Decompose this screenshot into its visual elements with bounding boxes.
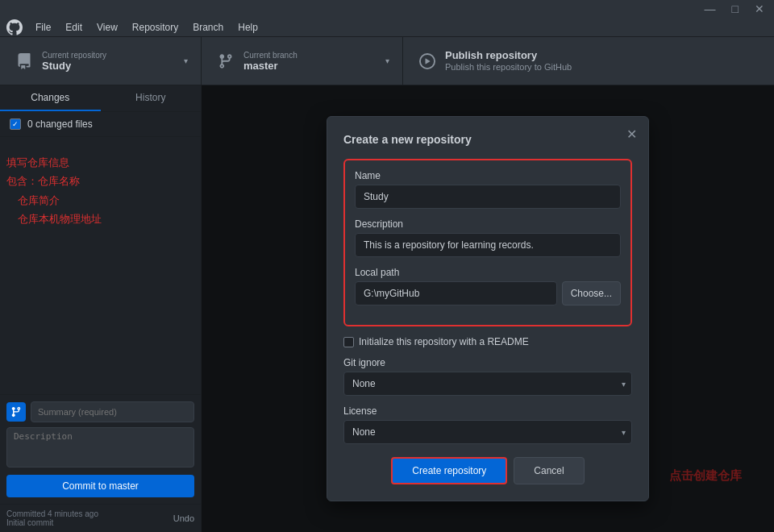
window-controls: — □ ✕ [701, 3, 768, 15]
sidebar: Changes History ✓ 0 changed files 填写仓库信息… [0, 85, 202, 532]
changed-files-count: 0 changed files [27, 118, 93, 130]
commit-description-input[interactable] [6, 427, 194, 468]
commit-summary-row [6, 401, 194, 422]
commit-button[interactable]: Commit to master [6, 475, 194, 497]
publish-sub: Publish this repository to GitHub [445, 62, 572, 72]
name-label: Name [355, 170, 621, 181]
content-area: Create a new repository ✕ Name Descripti… [202, 85, 774, 532]
path-row: Choose... [355, 281, 621, 305]
name-input[interactable] [355, 185, 621, 209]
modal-overlay: Create a new repository ✕ Name Descripti… [202, 85, 774, 532]
desc-form-group: Description [355, 218, 621, 257]
choose-button[interactable]: Choose... [562, 281, 621, 305]
repo-selector[interactable]: Current repository Study ▾ [0, 37, 202, 85]
branch-chevron-icon: ▾ [385, 56, 389, 65]
publish-icon [416, 50, 439, 73]
modal-close-button[interactable]: ✕ [626, 128, 637, 141]
readme-checkbox[interactable] [343, 337, 354, 347]
last-commit-text: Committed 4 minutes ago [6, 509, 98, 518]
branch-icon [214, 50, 237, 73]
avatar [6, 402, 26, 422]
last-commit: Committed 4 minutes ago Initial commit U… [0, 504, 201, 532]
repo-label: Current repository [42, 51, 106, 60]
readme-label: Initialize this repository with a README [359, 336, 529, 347]
gitignore-select-wrapper: None ▾ [343, 372, 632, 396]
create-repository-button[interactable]: Create repository [391, 457, 507, 484]
title-bar: — □ ✕ [0, 0, 774, 18]
annotation-left: 填写仓库信息 包含：仓库名称 仓库简介 仓库本机物理地址 [6, 153, 102, 229]
commit-summary-input[interactable] [31, 401, 194, 422]
path-form-group: Local path Choose... [355, 267, 621, 305]
select-all-checkbox[interactable]: ✓ [10, 118, 21, 130]
name-form-group: Name [355, 170, 621, 209]
sidebar-tabs: Changes History [0, 85, 201, 112]
desc-input[interactable] [355, 233, 621, 257]
menu-bar: File Edit View Repository Branch Help [0, 18, 774, 37]
repo-icon [13, 50, 35, 73]
branch-info: Current branch master [243, 51, 298, 72]
license-form-group: License None ▾ [343, 405, 632, 444]
commit-area: Commit to master [0, 394, 201, 504]
license-label: License [343, 405, 632, 417]
repo-info: Current repository Study [42, 51, 106, 72]
menu-view[interactable]: View [90, 20, 124, 35]
modal-footer: Create repository Cancel [343, 457, 632, 484]
repo-chevron-icon: ▾ [184, 56, 188, 65]
menu-help[interactable]: Help [231, 20, 264, 35]
toolbar: Current repository Study ▾ Current branc… [0, 37, 774, 85]
desc-label: Description [355, 218, 621, 230]
license-select[interactable]: None [343, 420, 632, 444]
tab-changes[interactable]: Changes [0, 85, 101, 111]
gitignore-select[interactable]: None [343, 372, 632, 396]
menu-edit[interactable]: Edit [59, 20, 89, 35]
branch-label: Current branch [243, 51, 298, 60]
gitignore-form-group: Git ignore None ▾ [343, 357, 632, 396]
create-repo-modal: Create a new repository ✕ Name Descripti… [327, 116, 649, 501]
form-highlight-group: Name Description Local path Choose... [343, 159, 632, 326]
gitignore-label: Git ignore [343, 357, 632, 368]
undo-button[interactable]: Undo [173, 513, 194, 523]
path-label: Local path [355, 267, 621, 278]
branch-selector[interactable]: Current branch master ▾ [202, 37, 403, 85]
maximize-button[interactable]: □ [729, 3, 742, 15]
publish-info: Publish repository Publish this reposito… [445, 49, 572, 73]
sidebar-content: 填写仓库信息 包含：仓库名称 仓库简介 仓库本机物理地址 [0, 137, 201, 394]
last-commit-sub: Initial commit [6, 518, 98, 527]
modal-title: Create a new repository [343, 133, 632, 146]
tab-history[interactable]: History [101, 85, 202, 111]
close-button[interactable]: ✕ [751, 3, 768, 15]
changed-files-header: ✓ 0 changed files [0, 112, 201, 137]
main-layout: Changes History ✓ 0 changed files 填写仓库信息… [0, 85, 774, 532]
menu-repository[interactable]: Repository [126, 20, 185, 35]
branch-name: master [243, 60, 298, 72]
github-logo-icon [6, 19, 23, 35]
publish-title: Publish repository [445, 49, 537, 61]
license-select-wrapper: None ▾ [343, 420, 632, 444]
minimize-button[interactable]: — [701, 3, 719, 15]
readme-checkbox-row: Initialize this repository with a README [343, 336, 632, 347]
menu-file[interactable]: File [29, 20, 57, 35]
publish-button[interactable]: Publish repository Publish this reposito… [403, 37, 774, 85]
path-input[interactable] [355, 281, 557, 305]
repo-name: Study [42, 60, 106, 72]
cancel-button[interactable]: Cancel [514, 457, 584, 484]
menu-branch[interactable]: Branch [186, 20, 230, 35]
